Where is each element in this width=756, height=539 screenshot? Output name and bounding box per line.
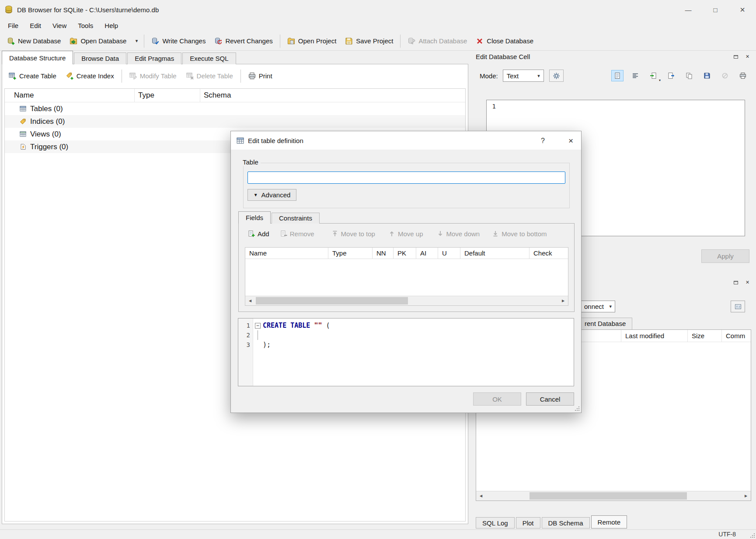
menu-item-help[interactable]: Help [99, 21, 124, 31]
create-table-button[interactable]: Create Table [4, 69, 61, 84]
column-pk[interactable]: PK [394, 248, 416, 259]
scroll-left-button[interactable]: ◀ [245, 296, 255, 305]
tab-database-structure[interactable]: Database Structure [2, 51, 73, 64]
tab-remote[interactable]: Remote [591, 515, 627, 528]
minimize-button[interactable]: — [675, 0, 702, 19]
fields-horizontal-scrollbar[interactable]: ◀ ▶ [245, 296, 568, 305]
close-button[interactable]: × [729, 0, 756, 19]
tree-column-name[interactable]: Name [5, 89, 135, 102]
identity-card-icon [735, 303, 742, 310]
import-from-file-button[interactable]: ▾ [647, 70, 659, 81]
sql-text: ); [263, 340, 271, 350]
write-changes-icon [151, 37, 159, 45]
move-to-top-button: Move to top [331, 230, 375, 238]
copy-button[interactable] [683, 70, 695, 81]
tab-fields[interactable]: Fields [238, 211, 271, 224]
dialog-close-button[interactable]: × [564, 134, 577, 147]
advanced-button[interactable]: ▼ Advanced [247, 189, 296, 201]
tree-row-label: Triggers (0) [30, 143, 68, 151]
tab-browse-data[interactable]: Browse Data [74, 52, 126, 64]
close-database-button[interactable]: Close Database [471, 33, 538, 49]
bottom-dock-tabbar: SQL Log Plot DB Schema Remote [476, 515, 628, 528]
window-resize-grip[interactable] [750, 533, 755, 538]
scroll-thumb[interactable] [256, 297, 408, 304]
text-view-button[interactable] [611, 70, 624, 81]
fields-table-body[interactable] [245, 259, 568, 296]
auto-mode-settings-button[interactable] [549, 70, 564, 82]
scroll-left-button[interactable]: ◀ [476, 491, 486, 500]
column-ai[interactable]: AI [416, 248, 438, 259]
write-changes-button[interactable]: Write Changes [147, 33, 210, 49]
menu-item-tools[interactable]: Tools [72, 21, 99, 31]
save-project-button[interactable]: Save Project [341, 33, 397, 49]
menu-item-view[interactable]: View [47, 21, 72, 31]
move-to-top-label: Move to top [341, 230, 375, 238]
scroll-right-button[interactable]: ▶ [741, 491, 751, 500]
word-wrap-button[interactable] [629, 70, 641, 81]
move-to-bottom-icon [492, 230, 499, 237]
fields-table: Name Type NN PK AI U Default Check ◀ ▶ [245, 247, 568, 306]
remote-horizontal-scrollbar[interactable]: ◀ ▶ [476, 491, 751, 500]
tree-column-type[interactable]: Type [135, 89, 200, 102]
remote-column-commit[interactable]: Comm [721, 330, 751, 342]
menu-item-file[interactable]: File [2, 21, 24, 31]
save-cell-button[interactable] [701, 70, 713, 81]
import-icon [650, 72, 657, 79]
dock-float-button[interactable] [731, 52, 740, 61]
remote-column-last-modified[interactable]: Last modified [621, 330, 687, 342]
create-index-button[interactable]: Create Index [61, 69, 119, 84]
column-check[interactable]: Check [530, 248, 568, 259]
remote-identity-settings-button[interactable] [731, 301, 745, 312]
dialog-resize-grip[interactable] [574, 406, 580, 411]
delete-table-button: Delete Table [181, 69, 238, 84]
dialog-titlebar: Edit table definition ? × [231, 131, 581, 150]
open-project-button[interactable]: Open Project [283, 33, 341, 49]
tree-column-schema[interactable]: Schema [200, 89, 465, 102]
tree-row-indices[interactable]: Indices (0) [5, 115, 465, 128]
edit-table-definition-dialog: Edit table definition ? × Table ▼ Advanc… [230, 131, 582, 413]
open-database-menu-arrow-icon: ▾ [136, 38, 138, 43]
tab-db-schema[interactable]: DB Schema [542, 517, 590, 528]
encoding-indicator[interactable]: UTF-8 [718, 531, 736, 538]
scroll-right-button[interactable]: ▶ [558, 296, 568, 305]
print-cell-button[interactable] [737, 70, 749, 81]
open-database-button[interactable]: Open Database [65, 33, 131, 49]
fold-collapse-icon[interactable]: − [255, 323, 261, 329]
sql-string-literal: "" [314, 321, 322, 330]
remote-identity-combobox[interactable]: onnect ▾ [578, 301, 615, 312]
fold-margin[interactable]: − [255, 321, 263, 330]
cancel-button[interactable]: Cancel [526, 392, 574, 406]
statusbar: UTF-8 [0, 529, 756, 539]
revert-changes-label: Revert Changes [225, 37, 272, 45]
column-name[interactable]: Name [245, 248, 328, 259]
menu-item-edit[interactable]: Edit [24, 21, 47, 31]
tab-execute-sql[interactable]: Execute SQL [182, 52, 236, 64]
column-u[interactable]: U [438, 248, 460, 259]
export-to-file-button[interactable] [665, 70, 677, 81]
write-changes-label: Write Changes [162, 37, 206, 45]
column-default[interactable]: Default [460, 248, 530, 259]
remote-current-database-tab[interactable]: rent Database [578, 318, 632, 329]
revert-changes-button[interactable]: Revert Changes [210, 33, 277, 49]
column-type[interactable]: Type [328, 248, 373, 259]
tree-row-tables[interactable]: Tables (0) [5, 102, 465, 115]
tab-sql-log[interactable]: SQL Log [476, 517, 515, 528]
dialog-help-button[interactable]: ? [537, 134, 549, 147]
dock-close-button[interactable]: × [743, 278, 752, 287]
tab-plot[interactable]: Plot [516, 517, 540, 528]
dock-close-button[interactable]: × [743, 52, 752, 61]
dock-float-button[interactable] [731, 278, 740, 287]
scroll-thumb[interactable] [530, 492, 687, 500]
new-database-button[interactable]: New Database [3, 33, 65, 49]
remote-column-size[interactable]: Size [687, 330, 721, 342]
column-nn[interactable]: NN [373, 248, 394, 259]
tab-edit-pragmas[interactable]: Edit Pragmas [127, 52, 181, 64]
print-button[interactable]: Print [244, 69, 277, 84]
maximize-button[interactable]: □ [702, 0, 729, 19]
table-name-input[interactable] [247, 172, 565, 184]
add-field-button[interactable]: Add [248, 230, 269, 238]
tab-constraints[interactable]: Constraints [272, 213, 320, 224]
open-database-menu-button[interactable]: ▾ [132, 33, 141, 49]
tree-row-label: Views (0) [30, 130, 61, 139]
mode-combobox[interactable]: Text ▾ [503, 70, 544, 82]
